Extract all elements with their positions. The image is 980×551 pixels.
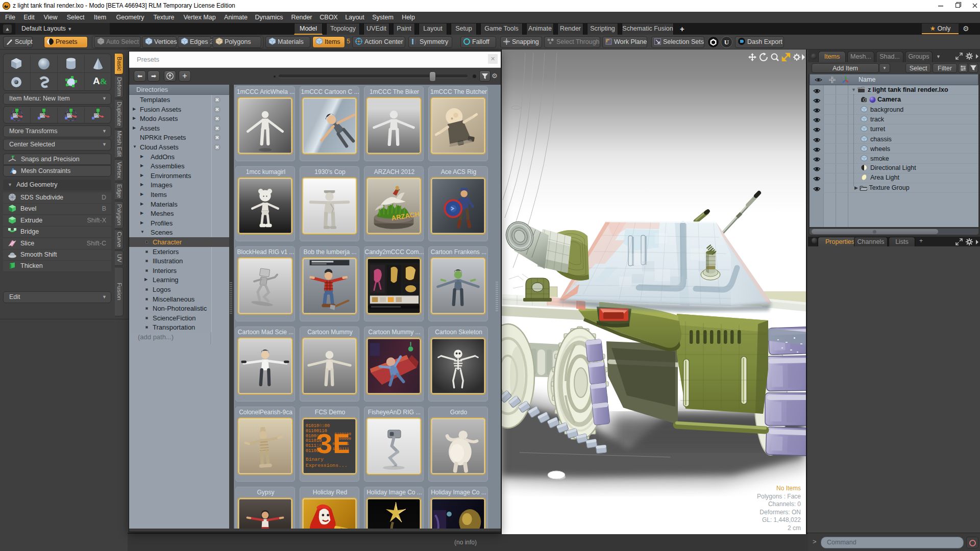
svg-text:Expressions...: Expressions...	[306, 463, 348, 468]
svg-text:Binary: Binary	[306, 457, 324, 462]
svg-text:010100100: 010100100	[306, 423, 330, 429]
